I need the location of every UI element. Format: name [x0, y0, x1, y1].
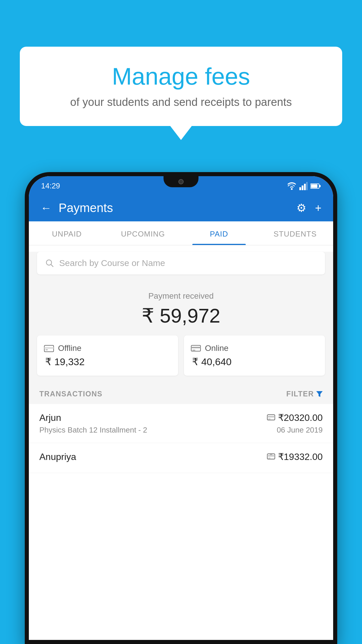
- settings-button[interactable]: ⚙: [296, 202, 306, 214]
- svg-rect-6: [319, 185, 321, 187]
- transaction-item[interactable]: Arjun ₹20320.00 Physics Batch 12 Install…: [29, 404, 333, 443]
- status-icons: [287, 182, 321, 190]
- svg-rect-16: [267, 416, 275, 417]
- online-card: Online ₹ 40,640: [184, 335, 325, 376]
- svg-rect-21: [270, 454, 272, 455]
- search-icon: [45, 259, 54, 267]
- svg-rect-17: [268, 419, 270, 419]
- speech-bubble-subtext: of your students and send receipts to pa…: [37, 96, 325, 108]
- payment-summary: Payment received ₹ 59,972: [29, 281, 333, 335]
- speech-bubble: Manage fees of your students and send re…: [20, 47, 342, 126]
- content-area: Search by Course or Name Payment receive…: [29, 252, 333, 473]
- tab-students[interactable]: STUDENTS: [257, 221, 333, 245]
- notch: [164, 176, 198, 187]
- offline-amount: ₹ 19,332: [44, 356, 171, 368]
- svg-line-8: [51, 265, 53, 267]
- search-placeholder: Search by Course or Name: [59, 258, 165, 268]
- svg-rect-11: [45, 349, 48, 350]
- camera: [178, 179, 184, 184]
- svg-rect-10: [44, 347, 54, 349]
- transaction-name-anupriya: Anupriya: [39, 452, 76, 462]
- online-label: Online: [205, 344, 229, 353]
- transaction-name-arjun: Arjun: [39, 412, 61, 423]
- payment-received-label: Payment received: [37, 291, 325, 301]
- svg-rect-3: [306, 182, 307, 190]
- transaction-row-2: Physics Batch 12 Installment - 2 06 June…: [39, 426, 323, 435]
- svg-rect-1: [302, 186, 303, 190]
- online-icon: [191, 344, 201, 352]
- svg-rect-20: [268, 458, 270, 459]
- status-time: 14:29: [41, 181, 60, 190]
- svg-rect-13: [191, 347, 201, 348]
- transaction-item[interactable]: Anupriya ₹19332.00: [29, 443, 333, 473]
- transaction-desc-arjun: Physics Batch 12 Installment - 2: [39, 426, 147, 435]
- svg-rect-14: [192, 350, 195, 351]
- offline-card-header: Offline: [44, 344, 171, 353]
- offline-payment-icon: [267, 454, 275, 460]
- transaction-amount-anupriya: ₹19332.00: [267, 451, 323, 462]
- back-button[interactable]: ←: [41, 202, 52, 214]
- transactions-label: TRANSACTIONS: [39, 390, 103, 398]
- transaction-date-arjun: 06 June 2019: [277, 426, 323, 435]
- filter-icon: [316, 391, 323, 397]
- filter-button[interactable]: FILTER: [286, 390, 323, 398]
- svg-rect-19: [267, 455, 275, 456]
- wifi-icon: [287, 182, 296, 190]
- add-button[interactable]: +: [315, 202, 321, 214]
- transaction-row-1: Anupriya ₹19332.00: [39, 451, 323, 462]
- transactions-header: TRANSACTIONS FILTER: [29, 384, 333, 404]
- online-amount: ₹ 40,640: [191, 356, 318, 368]
- svg-rect-2: [304, 184, 306, 190]
- battery-icon: [310, 183, 321, 189]
- transaction-row-1: Arjun ₹20320.00: [39, 412, 323, 423]
- speech-bubble-heading: Manage fees: [37, 63, 325, 90]
- app-bar-title: Payments: [59, 201, 113, 215]
- offline-icon: [44, 344, 54, 352]
- payment-cards: Offline ₹ 19,332 Online ₹ 40,640: [29, 335, 333, 384]
- search-bar[interactable]: Search by Course or Name: [37, 252, 325, 274]
- app-bar: ← Payments ⚙ +: [29, 195, 333, 221]
- svg-rect-5: [311, 184, 317, 188]
- payment-total-amount: ₹ 59,972: [37, 304, 325, 327]
- app-bar-right: ⚙ +: [296, 202, 321, 214]
- tab-paid[interactable]: PAID: [181, 221, 257, 245]
- status-bar: 14:29: [29, 176, 333, 195]
- online-card-header: Online: [191, 344, 318, 353]
- svg-rect-0: [299, 187, 301, 190]
- phone-screen: 14:29: [29, 176, 333, 640]
- tabs: UNPAID UPCOMING PAID STUDENTS: [29, 221, 333, 245]
- signal-icon: [299, 182, 307, 190]
- online-payment-icon: [267, 414, 275, 421]
- offline-card: Offline ₹ 19,332: [37, 335, 178, 376]
- transaction-amount-arjun: ₹20320.00: [267, 412, 323, 423]
- tab-upcoming[interactable]: UPCOMING: [105, 221, 181, 245]
- phone-frame: 14:29: [25, 172, 337, 644]
- tab-unpaid[interactable]: UNPAID: [29, 221, 105, 245]
- app-bar-left: ← Payments: [41, 201, 113, 215]
- offline-label: Offline: [58, 344, 81, 353]
